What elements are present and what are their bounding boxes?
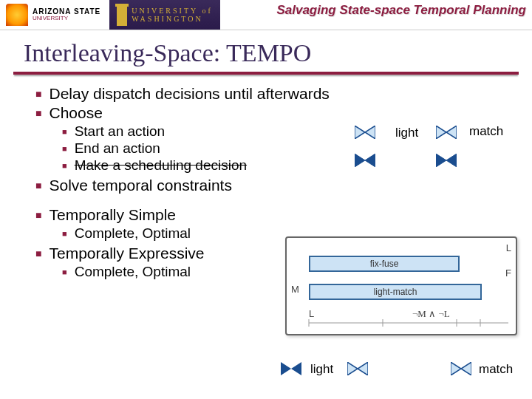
svg-marker-3 [446,126,457,139]
svg-marker-0 [355,126,365,139]
bowtie-icon [355,126,375,139]
asu-line2: UNIVERSITY [33,16,100,22]
label-notM-notL: ¬M ∧ ¬L [412,308,450,320]
svg-marker-17 [451,362,461,375]
bowtie-icon [436,126,457,139]
diagram-top: light match [355,126,510,177]
uw-pillar-icon [117,4,127,26]
label-match: match [469,124,503,139]
bowtie-icon [451,362,471,375]
asu-logo: ARIZONA STATE UNIVERSITY [0,0,100,30]
svg-marker-1 [365,126,375,139]
diagram-bottom: light match [281,347,517,392]
svg-marker-2 [436,126,446,139]
svg-marker-7 [446,154,457,167]
uw-logo: UNIVERSITY of WASHINGTON [109,0,219,30]
header-bar: ARIZONA STATE UNIVERSITY UNIVERSITY of W… [0,0,532,30]
label-light: light [395,126,418,140]
bar-fix-fuse: fix-fuse [309,256,460,272]
label-match-bottom: match [479,362,513,377]
bar-light-match: light-match [309,284,482,300]
bullet-delay: Delay dispatch decisions until afterward… [35,85,532,103]
svg-marker-16 [358,362,368,375]
label-M: M [291,284,299,295]
page-title: Interleaving-Space: TEMPO [0,30,532,72]
svg-marker-6 [436,154,446,167]
bowtie-icon [436,154,457,167]
uw-line1: UNIVERSITY of [132,7,212,15]
label-L: L [506,242,511,253]
svg-marker-14 [291,362,301,375]
label-F: F [505,267,511,279]
bowtie-icon [355,154,375,167]
uw-line2: WASHINGTON [132,15,212,23]
header-subtitle: Salvaging State-space Temporal Planning [276,3,526,18]
diagram-timeline: L fix-fuse F M light-match L ¬M ∧ ¬L [285,236,517,335]
svg-marker-13 [281,362,291,375]
asu-sun-icon [6,4,28,26]
svg-marker-5 [365,154,375,167]
label-L2: L [309,308,314,319]
label-light-bottom: light [310,362,333,377]
bullet-solve: Solve temporal constraints [35,177,532,194]
title-underline [13,72,519,75]
svg-marker-15 [347,362,358,375]
svg-marker-18 [461,362,471,375]
bowtie-icon [281,362,301,375]
svg-marker-4 [355,154,365,167]
bowtie-icon [347,362,368,375]
